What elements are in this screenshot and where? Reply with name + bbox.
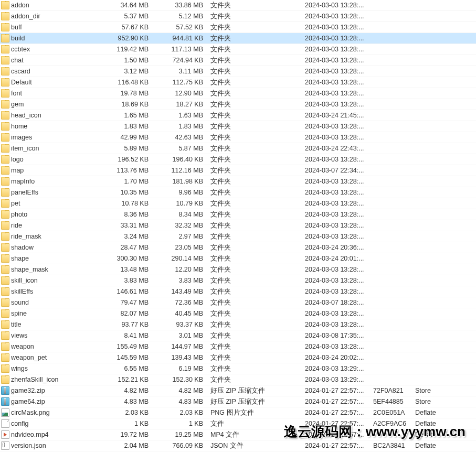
type-cell: 文件夹	[208, 331, 303, 340]
table-row[interactable]: build952.90 KB944.81 KB文件夹2024-03-03 13:…	[0, 33, 476, 44]
folder-icon	[1, 221, 9, 230]
table-row[interactable]: pet10.78 KB10.79 KB文件夹2024-03-03 13:28:.…	[0, 198, 476, 209]
table-row[interactable]: game32.zip4.82 MB4.82 MB好压 ZIP 压缩文件2024-…	[0, 385, 476, 396]
table-row[interactable]: chat1.50 MB724.94 KB文件夹2024-03-03 13:28:…	[0, 55, 476, 66]
type-cell: MP4 文件	[208, 430, 303, 439]
table-row[interactable]: map113.76 MB112.16 MB文件夹2024-03-07 22:34…	[0, 165, 476, 176]
table-row[interactable]: weapon155.49 MB144.97 MB文件夹2024-03-03 13…	[0, 341, 476, 352]
date-cell: 2024-03-24 20:36:...	[303, 244, 371, 251]
table-row[interactable]: title93.77 KB93.37 KB文件夹2024-03-03 13:28…	[0, 319, 476, 330]
name-cell: version.json	[0, 441, 92, 450]
folder-icon	[1, 23, 9, 31]
table-row[interactable]: version.json2.04 MB766.09 KBJSON 文件2024-…	[0, 440, 476, 451]
table-row[interactable]: gem18.69 KB18.27 KB文件夹2024-03-03 13:28:.…	[0, 99, 476, 110]
size-cell: 146.61 MB	[92, 288, 151, 295]
method-cell: Deflate	[413, 409, 455, 416]
folder-icon	[1, 111, 9, 120]
date-cell: 2024-03-03 13:28:...	[303, 178, 371, 185]
table-row[interactable]: item_icon5.89 MB5.87 MB文件夹2024-03-24 22:…	[0, 143, 476, 154]
folder-icon	[1, 155, 9, 164]
table-row[interactable]: skillEffs146.61 MB143.49 MB文件夹2024-03-03…	[0, 286, 476, 297]
table-row[interactable]: buff57.67 KB57.52 KB文件夹2024-03-03 13:28:…	[0, 22, 476, 33]
name-cell: addon_dir	[0, 12, 92, 20]
table-row[interactable]: panelEffs10.35 MB9.96 MB文件夹2024-03-03 13…	[0, 187, 476, 198]
table-row[interactable]: head_icon1.65 MB1.63 MB文件夹2024-03-24 21:…	[0, 110, 476, 121]
name-cell: ride_mask	[0, 232, 92, 241]
size-cell: 10.35 MB	[92, 189, 151, 196]
file-name: logo	[11, 156, 24, 163]
table-row[interactable]: game64.zip4.83 MB4.83 MB好压 ZIP 压缩文件2024-…	[0, 396, 476, 407]
name-cell: Default	[0, 78, 92, 87]
table-row[interactable]: images42.99 MB42.63 MB文件夹2024-03-03 13:2…	[0, 132, 476, 143]
table-row[interactable]: shape_mask13.48 MB12.20 MB文件夹2024-03-03 …	[0, 264, 476, 275]
type-cell: 文件夹	[208, 210, 303, 219]
folder-icon	[1, 243, 9, 252]
table-row[interactable]: spine82.07 MB40.45 MB文件夹2024-03-03 13:28…	[0, 308, 476, 319]
table-row[interactable]: shadow28.47 MB23.05 MB文件夹2024-03-24 20:3…	[0, 242, 476, 253]
size-cell: 8.36 MB	[92, 211, 151, 218]
table-row[interactable]: shape300.30 MB290.14 MB文件夹2024-03-24 20:…	[0, 253, 476, 264]
json-icon	[1, 441, 9, 450]
size-packed-cell: 8.34 MB	[151, 211, 208, 218]
folder-icon	[1, 177, 9, 186]
name-cell: wings	[0, 364, 92, 373]
type-cell: 文件夹	[208, 320, 303, 329]
file-name: ride_mask	[11, 233, 41, 240]
table-row[interactable]: wings6.55 MB6.19 MB文件夹2024-03-03 13:29:.…	[0, 363, 476, 374]
table-row[interactable]: sound79.47 MB72.36 MB文件夹2024-03-07 18:28…	[0, 297, 476, 308]
size-cell: 1.65 MB	[92, 112, 151, 119]
table-row[interactable]: mapInfo1.70 MB181.98 KB文件夹2024-03-03 13:…	[0, 176, 476, 187]
table-row[interactable]: zhenfaSkill_icon152.21 KB152.30 KB文件夹202…	[0, 374, 476, 385]
method-cell: Store	[413, 387, 455, 394]
size-packed-cell: 12.90 MB	[151, 90, 208, 97]
table-row[interactable]: addon34.64 MB33.86 MB文件夹2024-03-03 13:28…	[0, 0, 476, 11]
size-packed-cell: 23.05 MB	[151, 244, 208, 251]
type-cell: 文件夹	[208, 287, 303, 296]
size-packed-cell: 3.83 MB	[151, 277, 208, 284]
folder-icon	[1, 133, 9, 142]
type-cell: 文件夹	[208, 177, 303, 186]
table-row[interactable]: addon_dir5.37 MB5.12 MB文件夹2024-03-03 13:…	[0, 11, 476, 22]
folder-icon	[1, 276, 9, 285]
table-row[interactable]: ndvideo.mp419.72 MB19.25 MBMP4 文件2024-01…	[0, 429, 476, 440]
size-packed-cell: 9.96 MB	[151, 189, 208, 196]
type-cell: PNG 图片文件	[208, 408, 303, 417]
size-packed-cell: 10.79 KB	[151, 200, 208, 207]
table-row[interactable]: photo8.36 MB8.34 MB文件夹2024-03-03 13:28:.…	[0, 209, 476, 220]
name-cell: font	[0, 89, 92, 98]
table-row[interactable]: ride_mask3.24 MB2.97 MB文件夹2024-03-03 13:…	[0, 231, 476, 242]
file-name: head_icon	[11, 112, 41, 119]
table-row[interactable]: logo196.52 KB196.40 KB文件夹2024-03-03 13:2…	[0, 154, 476, 165]
table-row[interactable]: ride33.31 MB32.32 MB文件夹2024-03-03 13:28:…	[0, 220, 476, 231]
table-row[interactable]: Default116.48 KB112.75 KB文件夹2024-03-03 1…	[0, 77, 476, 88]
file-name: pet	[11, 200, 20, 207]
folder-icon	[1, 287, 9, 296]
size-cell: 82.07 MB	[92, 310, 151, 317]
date-cell: 2024-01-27 22:57:...	[303, 409, 371, 416]
table-row[interactable]: circMask.png2.03 KB2.03 KBPNG 图片文件2024-0…	[0, 407, 476, 418]
size-packed-cell: 2.97 MB	[151, 233, 208, 240]
file-name: game32.zip	[11, 387, 45, 394]
table-row[interactable]: views8.41 MB3.01 MB文件夹2024-03-08 17:35:.…	[0, 330, 476, 341]
table-row[interactable]: skill_icon3.83 MB3.83 MB文件夹2024-03-03 13…	[0, 275, 476, 286]
table-row[interactable]: ccbtex119.42 MB117.13 MB文件夹2024-03-03 13…	[0, 44, 476, 55]
name-cell: ndvideo.mp4	[0, 430, 92, 439]
table-row[interactable]: cscard3.12 MB3.11 MB文件夹2024-03-03 13:28:…	[0, 66, 476, 77]
table-row[interactable]: home1.83 MB1.83 MB文件夹2024-03-03 13:28:..…	[0, 121, 476, 132]
folder-icon	[1, 89, 9, 98]
date-cell: 2024-03-03 13:28:...	[303, 156, 371, 163]
folder-icon	[1, 298, 9, 307]
date-cell: 2024-03-03 13:28:...	[303, 79, 371, 86]
size-packed-cell: 40.45 MB	[151, 310, 208, 317]
file-icon	[1, 419, 9, 428]
type-cell: 文件夹	[208, 265, 303, 274]
folder-icon	[1, 265, 9, 274]
size-packed-cell: 290.14 MB	[151, 255, 208, 262]
folder-icon	[1, 1, 9, 9]
name-cell: map	[0, 166, 92, 175]
date-cell: 2024-03-03 13:28:...	[303, 13, 371, 20]
table-row[interactable]: config1 KB1 KB文件2024-01-27 22:57:...A2CF…	[0, 418, 476, 429]
table-row[interactable]: font19.78 MB12.90 MB文件夹2024-03-03 13:28:…	[0, 88, 476, 99]
table-row[interactable]: weapon_pet145.59 MB139.43 MB文件夹2024-03-2…	[0, 352, 476, 363]
type-cell: 文件夹	[208, 1, 303, 10]
